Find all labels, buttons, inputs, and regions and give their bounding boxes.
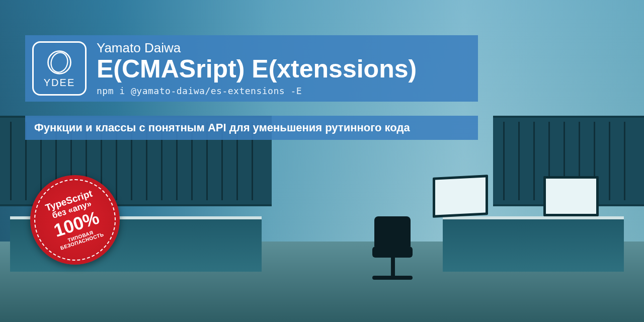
install-command: npm i @yamato-daiwa/es-extensions -E xyxy=(97,86,468,96)
tagline-panel: Функции и классы с понятным API для умен… xyxy=(25,116,478,140)
header-panel: YDEE Yamato Daiwa E(CMASript) E(xtenssio… xyxy=(25,35,478,102)
tagline-text: Функции и классы с понятным API для умен… xyxy=(34,121,410,134)
brand-name: Yamato Daiwa xyxy=(97,40,468,56)
logo-circle-icon xyxy=(46,49,73,76)
workbench-right xyxy=(443,216,624,272)
logo-label: YDEE xyxy=(44,77,75,89)
type-safety-badge: TypeScript без «any» 100% ТИПОВАЯ БЕЗОПА… xyxy=(30,175,120,265)
laptop-2 xyxy=(543,176,599,216)
product-logo: YDEE xyxy=(32,41,87,96)
laptop-1 xyxy=(433,175,488,218)
product-title: E(CMASript) E(xtenssions) xyxy=(97,56,468,83)
office-chair xyxy=(362,216,423,292)
